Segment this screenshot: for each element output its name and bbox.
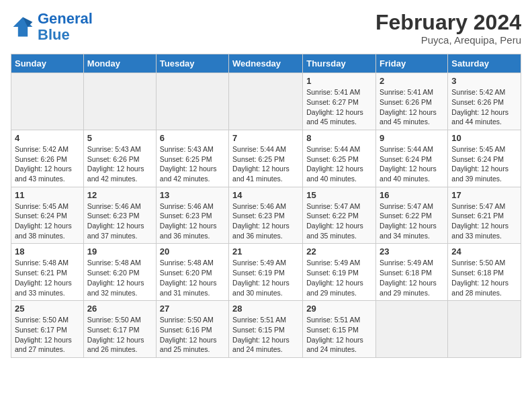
day-number: 24 xyxy=(451,246,517,257)
week-row-3: 11Sunrise: 5:45 AM Sunset: 6:24 PM Dayli… xyxy=(11,187,521,244)
week-row-2: 4Sunrise: 5:42 AM Sunset: 6:26 PM Daylig… xyxy=(11,130,521,187)
day-info: Sunrise: 5:44 AM Sunset: 6:25 PM Dayligh… xyxy=(232,144,299,184)
day-info: Sunrise: 5:41 AM Sunset: 6:27 PM Dayligh… xyxy=(306,87,372,127)
calendar-cell: 28Sunrise: 5:51 AM Sunset: 6:15 PM Dayli… xyxy=(229,301,303,358)
day-info: Sunrise: 5:46 AM Sunset: 6:23 PM Dayligh… xyxy=(160,201,225,241)
calendar-cell: 19Sunrise: 5:48 AM Sunset: 6:20 PM Dayli… xyxy=(83,244,156,301)
calendar-cell: 3Sunrise: 5:42 AM Sunset: 6:26 PM Daylig… xyxy=(448,73,521,130)
calendar-cell: 7Sunrise: 5:44 AM Sunset: 6:25 PM Daylig… xyxy=(229,130,303,187)
day-info: Sunrise: 5:48 AM Sunset: 6:21 PM Dayligh… xyxy=(15,258,80,298)
day-info: Sunrise: 5:48 AM Sunset: 6:20 PM Dayligh… xyxy=(160,258,225,298)
calendar-cell: 26Sunrise: 5:50 AM Sunset: 6:17 PM Dayli… xyxy=(83,301,156,358)
logo-icon xyxy=(11,15,35,39)
weekday-header-tuesday: Tuesday xyxy=(156,54,228,73)
day-number: 15 xyxy=(306,190,372,200)
calendar-cell: 22Sunrise: 5:49 AM Sunset: 6:19 PM Dayli… xyxy=(303,244,376,301)
calendar-cell: 29Sunrise: 5:51 AM Sunset: 6:15 PM Dayli… xyxy=(303,301,376,358)
day-number: 4 xyxy=(15,133,80,143)
calendar-cell: 17Sunrise: 5:47 AM Sunset: 6:21 PM Dayli… xyxy=(448,187,521,244)
day-info: Sunrise: 5:50 AM Sunset: 6:16 PM Dayligh… xyxy=(160,315,225,355)
calendar-cell: 14Sunrise: 5:46 AM Sunset: 6:23 PM Dayli… xyxy=(229,187,303,244)
calendar-cell: 24Sunrise: 5:50 AM Sunset: 6:18 PM Dayli… xyxy=(448,244,521,301)
calendar-cell: 11Sunrise: 5:45 AM Sunset: 6:24 PM Dayli… xyxy=(11,187,84,244)
day-number: 25 xyxy=(15,304,80,314)
calendar-cell: 8Sunrise: 5:44 AM Sunset: 6:25 PM Daylig… xyxy=(303,130,376,187)
page-header: General Blue February 2024 Puyca, Arequi… xyxy=(11,11,521,46)
week-row-5: 25Sunrise: 5:50 AM Sunset: 6:17 PM Dayli… xyxy=(11,301,521,358)
calendar-cell: 1Sunrise: 5:41 AM Sunset: 6:27 PM Daylig… xyxy=(303,73,376,130)
day-number: 3 xyxy=(451,76,517,86)
day-info: Sunrise: 5:51 AM Sunset: 6:15 PM Dayligh… xyxy=(232,315,299,355)
day-info: Sunrise: 5:50 AM Sunset: 6:18 PM Dayligh… xyxy=(451,258,517,298)
calendar-cell: 5Sunrise: 5:43 AM Sunset: 6:26 PM Daylig… xyxy=(83,130,156,187)
calendar-subtitle: Puyca, Arequipa, Peru xyxy=(375,34,521,46)
day-number: 18 xyxy=(15,246,80,257)
calendar-cell: 18Sunrise: 5:48 AM Sunset: 6:21 PM Dayli… xyxy=(11,244,84,301)
calendar-body: 1Sunrise: 5:41 AM Sunset: 6:27 PM Daylig… xyxy=(11,73,521,358)
calendar-cell: 10Sunrise: 5:45 AM Sunset: 6:24 PM Dayli… xyxy=(448,130,521,187)
calendar-cell: 21Sunrise: 5:49 AM Sunset: 6:19 PM Dayli… xyxy=(229,244,303,301)
day-info: Sunrise: 5:46 AM Sunset: 6:23 PM Dayligh… xyxy=(232,201,299,241)
calendar-cell xyxy=(448,301,521,358)
day-number: 5 xyxy=(87,133,152,143)
day-info: Sunrise: 5:47 AM Sunset: 6:21 PM Dayligh… xyxy=(451,201,517,241)
weekday-header-monday: Monday xyxy=(83,54,156,73)
day-info: Sunrise: 5:44 AM Sunset: 6:24 PM Dayligh… xyxy=(380,144,444,184)
day-info: Sunrise: 5:42 AM Sunset: 6:26 PM Dayligh… xyxy=(451,87,517,127)
day-info: Sunrise: 5:50 AM Sunset: 6:17 PM Dayligh… xyxy=(87,315,152,355)
calendar-title: February 2024 xyxy=(375,11,521,34)
day-info: Sunrise: 5:48 AM Sunset: 6:20 PM Dayligh… xyxy=(87,258,152,298)
weekday-header-sunday: Sunday xyxy=(11,54,84,73)
calendar-cell: 12Sunrise: 5:46 AM Sunset: 6:23 PM Dayli… xyxy=(83,187,156,244)
day-info: Sunrise: 5:46 AM Sunset: 6:23 PM Dayligh… xyxy=(87,201,152,241)
calendar-table: SundayMondayTuesdayWednesdayThursdayFrid… xyxy=(11,54,521,358)
logo: General Blue xyxy=(11,11,93,43)
weekday-header-row: SundayMondayTuesdayWednesdayThursdayFrid… xyxy=(11,54,521,73)
calendar-cell xyxy=(156,73,228,130)
day-number: 27 xyxy=(160,304,225,314)
day-number: 26 xyxy=(87,304,152,314)
day-number: 14 xyxy=(232,190,299,200)
day-info: Sunrise: 5:43 AM Sunset: 6:26 PM Dayligh… xyxy=(87,144,152,184)
day-info: Sunrise: 5:47 AM Sunset: 6:22 PM Dayligh… xyxy=(380,201,444,241)
day-number: 16 xyxy=(380,190,444,200)
calendar-cell: 15Sunrise: 5:47 AM Sunset: 6:22 PM Dayli… xyxy=(303,187,376,244)
day-number: 23 xyxy=(380,246,444,257)
day-info: Sunrise: 5:49 AM Sunset: 6:19 PM Dayligh… xyxy=(232,258,299,298)
calendar-cell: 27Sunrise: 5:50 AM Sunset: 6:16 PM Dayli… xyxy=(156,301,228,358)
day-number: 8 xyxy=(306,133,372,143)
calendar-cell: 4Sunrise: 5:42 AM Sunset: 6:26 PM Daylig… xyxy=(11,130,84,187)
weekday-header-saturday: Saturday xyxy=(448,54,521,73)
day-info: Sunrise: 5:43 AM Sunset: 6:25 PM Dayligh… xyxy=(160,144,225,184)
day-number: 20 xyxy=(160,246,225,257)
week-row-1: 1Sunrise: 5:41 AM Sunset: 6:27 PM Daylig… xyxy=(11,73,521,130)
day-info: Sunrise: 5:44 AM Sunset: 6:25 PM Dayligh… xyxy=(306,144,372,184)
day-number: 2 xyxy=(380,76,444,86)
day-number: 17 xyxy=(451,190,517,200)
day-number: 9 xyxy=(380,133,444,143)
day-info: Sunrise: 5:49 AM Sunset: 6:19 PM Dayligh… xyxy=(306,258,372,298)
day-info: Sunrise: 5:42 AM Sunset: 6:26 PM Dayligh… xyxy=(15,144,80,184)
day-number: 11 xyxy=(15,190,80,200)
day-number: 6 xyxy=(160,133,225,143)
title-block: February 2024 Puyca, Arequipa, Peru xyxy=(375,11,521,46)
calendar-cell: 20Sunrise: 5:48 AM Sunset: 6:20 PM Dayli… xyxy=(156,244,228,301)
logo-text: General Blue xyxy=(38,11,93,43)
weekday-header-friday: Friday xyxy=(376,54,448,73)
calendar-cell: 6Sunrise: 5:43 AM Sunset: 6:25 PM Daylig… xyxy=(156,130,228,187)
calendar-cell xyxy=(376,301,448,358)
day-number: 12 xyxy=(87,190,152,200)
day-number: 22 xyxy=(306,246,372,257)
day-number: 10 xyxy=(451,133,517,143)
day-info: Sunrise: 5:41 AM Sunset: 6:26 PM Dayligh… xyxy=(380,87,444,127)
day-info: Sunrise: 5:50 AM Sunset: 6:17 PM Dayligh… xyxy=(15,315,80,355)
calendar-cell: 23Sunrise: 5:49 AM Sunset: 6:18 PM Dayli… xyxy=(376,244,448,301)
day-number: 7 xyxy=(232,133,299,143)
calendar-cell: 13Sunrise: 5:46 AM Sunset: 6:23 PM Dayli… xyxy=(156,187,228,244)
day-number: 29 xyxy=(306,304,372,314)
day-number: 21 xyxy=(232,246,299,257)
day-info: Sunrise: 5:45 AM Sunset: 6:24 PM Dayligh… xyxy=(451,144,517,184)
day-number: 13 xyxy=(160,190,225,200)
day-number: 28 xyxy=(232,304,299,314)
day-number: 19 xyxy=(87,246,152,257)
